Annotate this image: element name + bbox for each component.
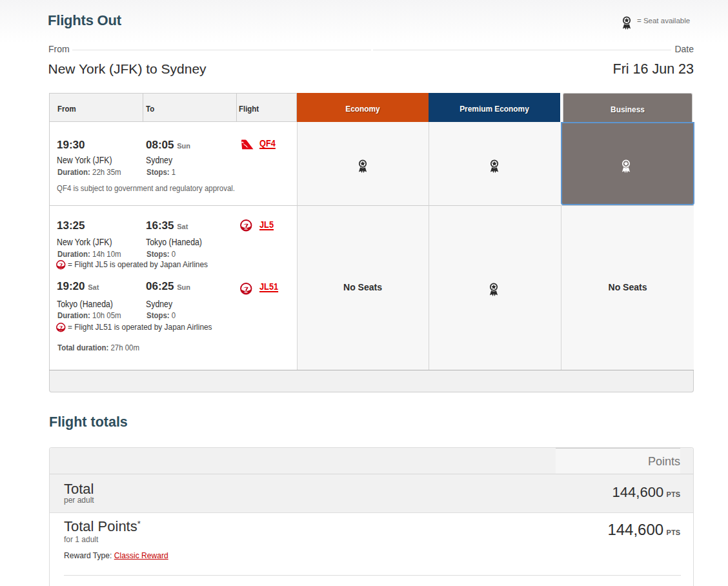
svg-text:JAL: JAL	[244, 291, 248, 294]
svg-text:JAL: JAL	[59, 330, 63, 332]
svg-text:JAL: JAL	[244, 228, 248, 230]
svg-text:JAL: JAL	[59, 267, 63, 269]
